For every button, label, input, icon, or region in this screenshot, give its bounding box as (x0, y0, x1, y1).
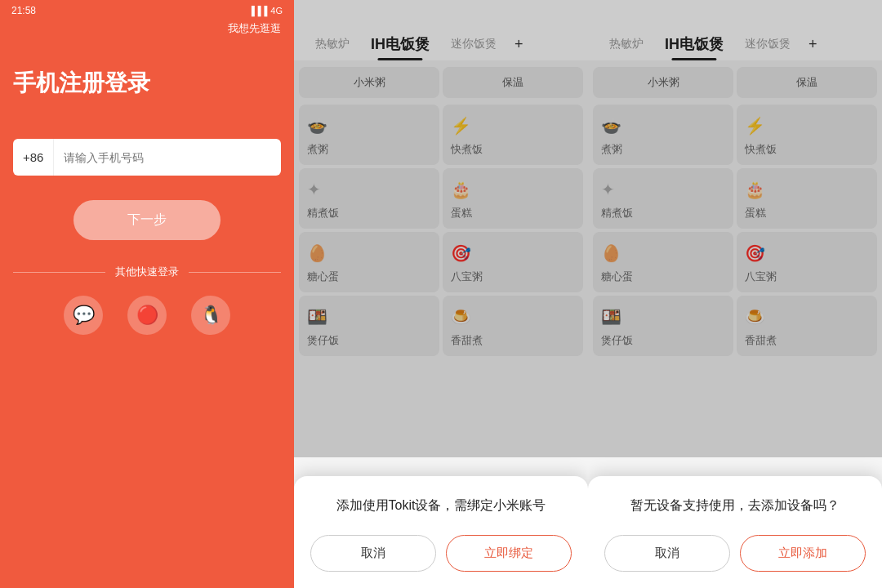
app-title: 手机注册登录 (0, 44, 294, 139)
country-code[interactable]: +86 (13, 139, 54, 176)
bind-modal-title: 添加使用Tokit设备，需绑定小米账号 (310, 496, 572, 515)
status-bar-1: 21:58 ▐▐▐ 4G (0, 0, 294, 21)
wechat-login-button[interactable]: 💬 (64, 296, 103, 335)
login-panel: 21:58 ▐▐▐ 4G 我想先逛逛 手机注册登录 +86 下一步 其他快速登录… (0, 0, 294, 588)
confirm-add-button[interactable]: 立即添加 (740, 535, 866, 572)
cancel-bind-button[interactable]: 取消 (310, 535, 436, 572)
signal-icon-1: ▐▐▐ (248, 6, 267, 16)
time-1: 21:58 (11, 5, 36, 16)
weibo-icon: 🔴 (136, 305, 158, 326)
weibo-login-button[interactable]: 🔴 (127, 296, 167, 335)
cancel-add-button[interactable]: 取消 (604, 535, 730, 572)
divider-right (189, 272, 281, 273)
add-device-modal-title: 暂无设备支持使用，去添加设备吗？ (604, 496, 866, 515)
device-panel-bind: 22:01 ▐▐▐ 4G 热敏炉 IH电饭煲 迷你饭煲 + 小米粥 保温 (294, 0, 588, 588)
dim-overlay-3 (588, 0, 882, 457)
quick-login-divider: 其他快速登录 (13, 265, 281, 279)
phone-input-row: +86 (13, 139, 281, 176)
add-device-modal: 暂无设备支持使用，去添加设备吗？ 取消 立即添加 (588, 476, 882, 588)
bind-modal-buttons: 取消 立即绑定 (310, 535, 572, 572)
qq-icon: 🐧 (200, 305, 222, 326)
wechat-icon: 💬 (73, 305, 95, 326)
dim-overlay-2 (294, 0, 588, 457)
confirm-bind-button[interactable]: 立即绑定 (446, 535, 572, 572)
bind-modal: 添加使用Tokit设备，需绑定小米账号 取消 立即绑定 (294, 476, 588, 588)
next-button[interactable]: 下一步 (74, 200, 220, 240)
qq-login-button[interactable]: 🐧 (191, 296, 230, 335)
social-row: 💬 🔴 🐧 (0, 296, 294, 335)
skip-link[interactable]: 我想先逛逛 (0, 21, 294, 44)
divider-left (13, 272, 105, 273)
phone-input[interactable] (54, 140, 281, 176)
network-1: 4G (270, 6, 283, 16)
device-panel-add: 22:04 ▐▐▐ 4G 热敏炉 IH电饭煲 迷你饭煲 + 小米粥 保温 (588, 0, 882, 588)
add-device-modal-buttons: 取消 立即添加 (604, 535, 866, 572)
quick-login-label: 其他快速登录 (105, 265, 189, 279)
status-icons-1: ▐▐▐ 4G (248, 6, 283, 16)
